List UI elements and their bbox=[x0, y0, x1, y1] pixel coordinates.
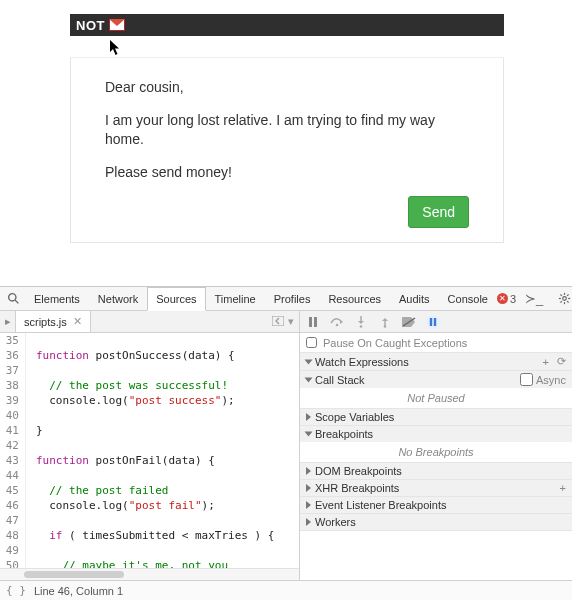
tab-timeline[interactable]: Timeline bbox=[206, 287, 265, 310]
step-out-icon[interactable] bbox=[378, 315, 392, 329]
devtools-toolbar: ElementsNetworkSourcesTimelineProfilesRe… bbox=[0, 287, 572, 311]
tab-elements[interactable]: Elements bbox=[25, 287, 89, 310]
code-line[interactable]: 50 // maybe it's me, not you bbox=[0, 558, 299, 568]
pause-on-caught-checkbox[interactable] bbox=[306, 337, 317, 348]
email-line-2: Please send money! bbox=[105, 163, 469, 182]
svg-point-2 bbox=[562, 297, 566, 301]
svg-line-1 bbox=[15, 300, 18, 303]
section-header-watch[interactable]: Watch Expressions + ⟳ bbox=[300, 353, 572, 370]
code-panel: ▸ scripts.js ✕ ▾ 3536function postOnSucc… bbox=[0, 311, 300, 580]
section-header-workers[interactable]: Workers bbox=[300, 514, 572, 530]
async-checkbox[interactable] bbox=[520, 373, 533, 386]
code-line[interactable]: 44 bbox=[0, 468, 299, 483]
debugger-panel: Pause On Caught Exceptions Watch Express… bbox=[300, 311, 572, 580]
code-line[interactable]: 48 if ( timesSubmitted < maxTries ) { bbox=[0, 528, 299, 543]
code-line[interactable]: 35 bbox=[0, 333, 299, 348]
section-workers: Workers bbox=[300, 514, 572, 531]
pretty-print-icon[interactable]: { } bbox=[6, 584, 26, 597]
svg-point-16 bbox=[336, 323, 339, 326]
app-title: NOT bbox=[76, 18, 105, 33]
svg-rect-23 bbox=[434, 318, 436, 326]
code-line[interactable]: 38 // the post was successful! bbox=[0, 378, 299, 393]
pause-icon[interactable] bbox=[306, 315, 320, 329]
pause-on-caught-row[interactable]: Pause On Caught Exceptions bbox=[300, 333, 572, 353]
code-line[interactable]: 36function postOnSuccess(data) { bbox=[0, 348, 299, 363]
svg-point-0 bbox=[9, 294, 16, 301]
section-header-breakpoints[interactable]: Breakpoints bbox=[300, 426, 572, 442]
drawer-toggle-icon[interactable]: ≻_ bbox=[525, 290, 543, 308]
tab-sources[interactable]: Sources bbox=[147, 287, 205, 311]
svg-rect-14 bbox=[309, 317, 312, 327]
pause-on-caught-label: Pause On Caught Exceptions bbox=[323, 337, 467, 349]
tab-audits[interactable]: Audits bbox=[390, 287, 439, 310]
status-bar: { } Line 46, Column 1 bbox=[0, 580, 572, 600]
code-line[interactable]: 46 console.log("post fail"); bbox=[0, 498, 299, 513]
file-tab-scripts[interactable]: scripts.js ✕ bbox=[16, 311, 91, 332]
code-line[interactable]: 49 bbox=[0, 543, 299, 558]
section-label: Watch Expressions bbox=[315, 356, 409, 368]
titlebar-spacer bbox=[70, 36, 504, 58]
code-line[interactable]: 39 console.log("post success"); bbox=[0, 393, 299, 408]
tab-console[interactable]: Console bbox=[439, 287, 497, 310]
section-event-breakpoints: Event Listener Breakpoints bbox=[300, 497, 572, 514]
section-breakpoints: Breakpoints No Breakpoints bbox=[300, 426, 572, 463]
svg-line-7 bbox=[560, 294, 561, 295]
section-call-stack: Call Stack Async Not Paused bbox=[300, 371, 572, 409]
tab-profiles[interactable]: Profiles bbox=[265, 287, 320, 310]
section-watch-expressions: Watch Expressions + ⟳ bbox=[300, 353, 572, 371]
code-line[interactable]: 43function postOnFail(data) { bbox=[0, 453, 299, 468]
deactivate-breakpoints-icon[interactable] bbox=[402, 315, 416, 329]
svg-line-8 bbox=[567, 301, 568, 302]
error-count: 3 bbox=[510, 293, 516, 305]
section-label: DOM Breakpoints bbox=[315, 465, 402, 477]
tab-resources[interactable]: Resources bbox=[319, 287, 390, 310]
refresh-icon[interactable]: ⟳ bbox=[557, 355, 566, 368]
section-label: XHR Breakpoints bbox=[315, 482, 399, 494]
email-app-window: NOT Dear cousin, I am your long lost rel… bbox=[70, 14, 504, 243]
section-label: Workers bbox=[315, 516, 356, 528]
email-greeting: Dear cousin, bbox=[105, 78, 469, 97]
close-icon[interactable]: ✕ bbox=[73, 315, 82, 328]
tab-network[interactable]: Network bbox=[89, 287, 147, 310]
code-line[interactable]: 37 bbox=[0, 363, 299, 378]
section-header-xhr-bp[interactable]: XHR Breakpoints + bbox=[300, 480, 572, 496]
horizontal-scrollbar[interactable] bbox=[0, 568, 299, 580]
devtools: ElementsNetworkSourcesTimelineProfilesRe… bbox=[0, 286, 572, 600]
error-count-badge[interactable]: ✕ 3 bbox=[497, 293, 516, 305]
async-label: Async bbox=[536, 374, 566, 386]
add-icon[interactable]: + bbox=[543, 356, 549, 368]
svg-line-9 bbox=[560, 301, 561, 302]
send-button[interactable]: Send bbox=[408, 196, 469, 228]
section-label: Breakpoints bbox=[315, 428, 373, 440]
svg-point-20 bbox=[384, 325, 387, 328]
pause-on-exceptions-icon[interactable] bbox=[426, 315, 440, 329]
email-line-1: I am your long lost relative. I am tryin… bbox=[105, 111, 469, 149]
code-viewport[interactable]: 3536function postOnSuccess(data) {3738 /… bbox=[0, 333, 299, 568]
async-toggle[interactable]: Async bbox=[520, 373, 566, 386]
code-line[interactable]: 47 bbox=[0, 513, 299, 528]
svg-rect-13 bbox=[272, 316, 284, 326]
code-line[interactable]: 41} bbox=[0, 423, 299, 438]
add-icon[interactable]: + bbox=[560, 482, 566, 494]
svg-rect-15 bbox=[314, 317, 317, 327]
step-over-icon[interactable] bbox=[330, 315, 344, 329]
email-body: Dear cousin, I am your long lost relativ… bbox=[70, 58, 504, 243]
section-header-scope[interactable]: Scope Variables bbox=[300, 409, 572, 425]
history-back-icon[interactable] bbox=[272, 316, 284, 328]
section-header-callstack[interactable]: Call Stack Async bbox=[300, 371, 572, 388]
search-icon[interactable] bbox=[7, 290, 20, 308]
more-icon[interactable]: ▾ bbox=[288, 315, 294, 328]
section-label: Event Listener Breakpoints bbox=[315, 499, 446, 511]
gear-icon[interactable] bbox=[555, 290, 572, 308]
code-line[interactable]: 45 // the post failed bbox=[0, 483, 299, 498]
code-line[interactable]: 40 bbox=[0, 408, 299, 423]
app-titlebar: NOT bbox=[70, 14, 504, 36]
step-into-icon[interactable] bbox=[354, 315, 368, 329]
sidebar-toggle-icon[interactable]: ▸ bbox=[0, 311, 16, 332]
code-line[interactable]: 42 bbox=[0, 438, 299, 453]
section-label: Call Stack bbox=[315, 374, 365, 386]
section-scope-variables: Scope Variables bbox=[300, 409, 572, 426]
section-header-event-bp[interactable]: Event Listener Breakpoints bbox=[300, 497, 572, 513]
section-header-dom-bp[interactable]: DOM Breakpoints bbox=[300, 463, 572, 479]
file-tab-bar: ▸ scripts.js ✕ ▾ bbox=[0, 311, 299, 333]
